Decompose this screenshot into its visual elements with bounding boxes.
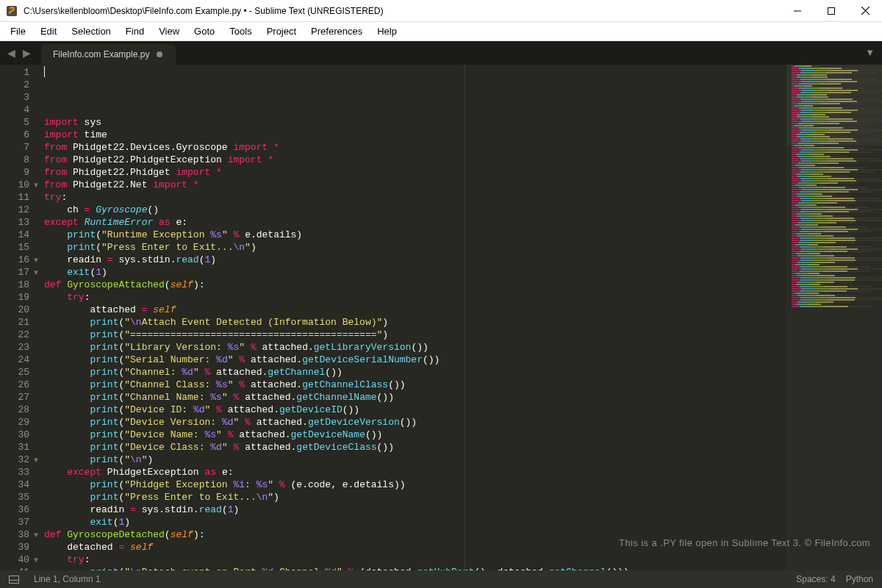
menu-project[interactable]: Project <box>259 24 304 39</box>
menu-file[interactable]: File <box>3 24 33 39</box>
code-line: from Phidget22.Phidget import * <box>44 166 786 179</box>
window-title: C:\Users\kellenbloom\Desktop\FileInfo.co… <box>24 6 781 16</box>
code-line: print("Device Name: %s" % attached.getDe… <box>44 429 786 441</box>
code-line: exit(1) <box>44 516 786 528</box>
menu-selection[interactable]: Selection <box>64 24 118 39</box>
minimap[interactable] <box>786 65 882 570</box>
tab-overflow-icon[interactable]: ▼ <box>865 47 875 58</box>
code-line: print("Phidget Exception %i: %s" % (e.co… <box>44 478 786 491</box>
window-close-button[interactable] <box>848 0 882 21</box>
menu-edit[interactable]: Edit <box>33 24 64 39</box>
code-line: print("Library Version: %s" % attached.g… <box>44 341 786 354</box>
code-line: def GyroscopeDetached(self): <box>44 528 786 541</box>
fold-icon[interactable]: ▼ <box>34 179 38 192</box>
fold-icon[interactable]: ▼ <box>34 267 38 279</box>
line-number-gutter: 12345678910▼111213141516▼17▼181920212223… <box>0 65 40 570</box>
fold-icon[interactable]: ▼ <box>34 529 38 542</box>
code-line: print("Channel Name: %s" % attached.getC… <box>44 391 786 404</box>
code-line: print("\nAttach Event Detected (Informat… <box>44 316 786 329</box>
menu-view[interactable]: View <box>151 24 187 39</box>
code-line: print("Channel Class: %s" % attached.get… <box>44 379 786 391</box>
code-line: print("Channel: %d" % attached.getChanne… <box>44 366 786 379</box>
column-ruler <box>465 65 465 570</box>
status-cursor-position[interactable]: Line 1, Column 1 <box>34 574 101 584</box>
code-line: ch = Gyroscope() <box>44 204 786 216</box>
code-line: exit(1) <box>44 266 786 279</box>
code-line: detached = self <box>44 541 786 553</box>
code-line: print("\nDetach event on Port %d Channel… <box>44 566 786 570</box>
code-line: print("Device Class: %d" % attached.getD… <box>44 441 786 453</box>
code-line: attached = self <box>44 304 786 316</box>
code-line: from Phidget22.Net import * <box>44 179 786 191</box>
text-caret <box>44 66 45 77</box>
app-logo-icon <box>6 5 18 17</box>
status-syntax[interactable]: Python <box>846 574 873 584</box>
panel-switcher-icon[interactable] <box>9 576 19 584</box>
code-line: print("\n") <box>44 453 786 466</box>
menu-find[interactable]: Find <box>118 24 151 39</box>
menu-tools[interactable]: Tools <box>222 24 259 39</box>
svg-line-4 <box>861 7 870 15</box>
menu-preferences[interactable]: Preferences <box>304 24 370 39</box>
window-maximize-button[interactable] <box>814 0 848 21</box>
tab-strip: ◀ ▶ FileInfo.com Example.py ▼ <box>0 41 882 65</box>
code-line: try: <box>44 191 786 204</box>
code-line: try: <box>44 553 786 566</box>
fold-icon[interactable]: ▼ <box>34 454 38 467</box>
code-line: print("Press Enter to Exit...\n") <box>44 491 786 503</box>
svg-rect-5 <box>10 576 19 583</box>
code-line: print("=================================… <box>44 329 786 341</box>
status-indentation[interactable]: Spaces: 4 <box>796 574 835 584</box>
code-line: print("Runtime Exception %s" % e.details… <box>44 229 786 241</box>
code-line: readin = sys.stdin.read(1) <box>44 503 786 516</box>
status-bar: Line 1, Column 1 Spaces: 4 Python <box>0 570 882 588</box>
code-line: print("Device ID: %d" % attached.getDevi… <box>44 404 786 416</box>
editor-area[interactable]: 12345678910▼111213141516▼17▼181920212223… <box>0 65 882 570</box>
file-tab[interactable]: FileInfo.com Example.py <box>41 44 176 65</box>
nav-back-icon[interactable]: ◀ <box>7 47 15 59</box>
fold-icon[interactable]: ▼ <box>34 554 38 567</box>
code-line: def GyroscopeAttached(self): <box>44 279 786 291</box>
window-titlebar: C:\Users\kellenbloom\Desktop\FileInfo.co… <box>0 0 882 22</box>
dirty-indicator-icon <box>157 51 162 57</box>
code-line: from Phidget22.PhidgetException import * <box>44 154 786 166</box>
menu-bar: FileEditSelectionFindViewGotoToolsProjec… <box>0 22 882 41</box>
code-line: import sys <box>44 116 786 129</box>
code-line: from Phidget22.Devices.Gyroscope import … <box>44 141 786 154</box>
svg-rect-2 <box>828 7 835 14</box>
code-line: except PhidgetException as e: <box>44 466 786 478</box>
svg-line-3 <box>861 7 870 15</box>
code-line: except RuntimeError as e: <box>44 216 786 229</box>
file-tab-label: FileInfo.com Example.py <box>53 49 149 60</box>
code-line: import time <box>44 129 786 141</box>
menu-goto[interactable]: Goto <box>187 24 222 39</box>
nav-forward-icon[interactable]: ▶ <box>23 47 31 59</box>
code-line: try: <box>44 291 786 304</box>
code-line: print("Serial Number: %d" % attached.get… <box>44 354 786 366</box>
code-editor[interactable]: import sysimport timefrom Phidget22.Devi… <box>40 65 786 570</box>
code-line: readin = sys.stdin.read(1) <box>44 254 786 266</box>
code-line: print("Press Enter to Exit...\n") <box>44 241 786 254</box>
fold-icon[interactable]: ▼ <box>34 254 38 267</box>
code-line: print("Device Version: %d" % attached.ge… <box>44 416 786 429</box>
menu-help[interactable]: Help <box>370 24 404 39</box>
window-minimize-button[interactable] <box>781 0 814 21</box>
